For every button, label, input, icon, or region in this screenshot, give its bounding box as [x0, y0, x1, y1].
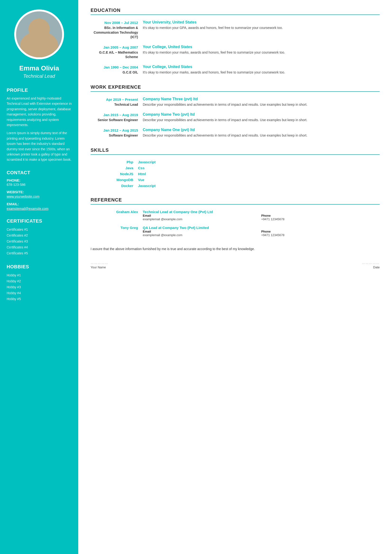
ref-title: Technical Lead at Company One (Pvt) Ltd — [143, 210, 380, 214]
hobbies-list: Hobby #1Hobby #2Hobby #3Hobby #4Hobby #5 — [7, 272, 72, 302]
hobby-item: Hobby #2 — [7, 278, 72, 284]
reference-entries: Graham Alex Technical Lead at Company On… — [91, 210, 380, 237]
your-name-label: Your Name — [91, 265, 106, 269]
ref-phone-label: Phone — [261, 230, 380, 233]
email-label: EMAIL: — [7, 202, 72, 206]
hobby-item: Hobby #1 — [7, 272, 72, 278]
hobbies-title: HOBBIES — [7, 264, 72, 270]
website-link[interactable]: www.yourwebsite.com — [7, 195, 40, 198]
ref-name: Graham Alex — [91, 210, 138, 214]
work-company: Company Name Two (pvt) ltd — [143, 112, 380, 117]
skill-left: Php — [91, 160, 138, 164]
skills-grid: PhpJavascriptJavaCssNodeJSHtmlMongoDBVue… — [91, 160, 380, 188]
hobbies-section: HOBBIES Hobby #1Hobby #2Hobby #3Hobby #4… — [7, 264, 72, 302]
work-role: Software Engineer — [91, 133, 138, 138]
work-role: Senior Software Engineer — [91, 118, 138, 123]
hobby-item: Hobby #3 — [7, 284, 72, 290]
work-entries: Apr 2019 – Present Technical Lead Compan… — [91, 97, 380, 138]
date-dots: …………… — [362, 261, 380, 264]
education-section: EDUCATION Nov 2008 – Jul 2012 BSc. in In… — [91, 7, 380, 75]
email-link[interactable]: examplemail@example.com — [7, 207, 48, 210]
edu-degree: BSc. in Information & Communication Tech… — [91, 26, 138, 40]
hobby-item: Hobby #5 — [7, 296, 72, 302]
work-title: WORK EXPERIENCE — [91, 84, 380, 92]
phone-label: PHONE: — [7, 178, 72, 182]
work-company: Company Name Three (pvt) ltd — [143, 97, 380, 101]
ref-email: examplemail @example.com — [143, 233, 261, 237]
work-date: Apr 2019 – Present — [91, 97, 138, 101]
skill-left: Docker — [91, 184, 138, 188]
person-name: Emma Olivia — [19, 64, 59, 72]
hobby-item: Hobby #4 — [7, 290, 72, 296]
edu-institution: Your College, United States — [143, 45, 380, 49]
work-role: Technical Lead — [91, 102, 138, 107]
skill-left: Java — [91, 166, 138, 170]
certificate-item: Certificates #4 — [7, 244, 72, 250]
work-company: Company Name One (pvt) ltd — [143, 128, 380, 132]
ref-phone: +9471 12345678 — [261, 233, 380, 237]
profile-section: PROFILE An experienced and highly-motiva… — [7, 88, 72, 162]
edu-date: Jan 2005 – Aug 2007 — [91, 45, 138, 49]
declaration-text: I assure that the above information furn… — [91, 246, 380, 251]
declaration-section: I assure that the above information furn… — [91, 246, 380, 269]
reference-entry: Graham Alex Technical Lead at Company On… — [91, 210, 380, 221]
skill-right: Javascript — [138, 160, 380, 164]
work-date: Jan 2015 – Aug 2019 — [91, 112, 138, 117]
website-label: WEBSITE: — [7, 190, 72, 194]
education-entries: Nov 2008 – Jul 2012 BSc. in Information … — [91, 20, 380, 75]
edu-degree: G.C.E O/L — [91, 70, 138, 75]
ref-phone: +9471 12345678 — [261, 217, 380, 221]
edu-description: It's okay to mention your marks, awards … — [143, 70, 380, 75]
phone-value: 678-123-586 — [7, 183, 72, 187]
certificates-list: Certificates #1Certificates #2Certificat… — [7, 227, 72, 256]
work-description: Describe your responsibilities and achie… — [143, 133, 380, 138]
edu-institution: Your College, United States — [143, 65, 380, 69]
skills-section: SKILLS PhpJavascriptJavaCssNodeJSHtmlMon… — [91, 147, 380, 188]
work-entry: Apr 2019 – Present Technical Lead Compan… — [91, 97, 380, 107]
education-entry: Nov 2008 – Jul 2012 BSc. in Information … — [91, 20, 380, 40]
profile-title: PROFILE — [7, 88, 72, 93]
work-section: WORK EXPERIENCE Apr 2019 – Present Techn… — [91, 84, 380, 138]
person-title: Technical Lead — [23, 74, 55, 79]
skill-left: NodeJS — [91, 172, 138, 176]
ref-phone-label: Phone — [261, 214, 380, 217]
certificates-section: CERTIFICATES Certificates #1Certificates… — [7, 218, 72, 256]
ref-name: Tony Greg — [91, 226, 138, 230]
your-name-dots: …………… — [91, 261, 108, 264]
skill-right: Vue — [138, 178, 380, 182]
ref-email-label: Email — [143, 230, 261, 233]
skill-right: Css — [138, 166, 380, 170]
certificate-item: Certificates #3 — [7, 238, 72, 244]
date-label: Date — [373, 265, 380, 269]
education-entry: Jan 1990 – Dec 2004 G.C.E O/L Your Colle… — [91, 65, 380, 75]
profile-text-2: Lorem Ipsum is simply dummy text of the … — [7, 130, 72, 162]
certificates-title: CERTIFICATES — [7, 218, 72, 224]
certificate-item: Certificates #5 — [7, 250, 72, 256]
reference-entry: Tony Greg QA Lead at Company Two (Pvt) L… — [91, 226, 380, 237]
edu-description: It's okay to mention your marks, awards … — [143, 50, 380, 55]
edu-date: Jan 1990 – Dec 2004 — [91, 65, 138, 69]
ref-email: examplemail @example.com — [143, 217, 261, 221]
edu-date: Nov 2008 – Jul 2012 — [91, 20, 138, 25]
skill-right: Html — [138, 172, 380, 176]
education-entry: Jan 2005 – Aug 2007 G.C.E A/L – Mathemat… — [91, 45, 380, 60]
work-date: Jan 2012 – Aug 2015 — [91, 128, 138, 132]
avatar — [14, 9, 64, 59]
main-content: EDUCATION Nov 2008 – Jul 2012 BSc. in In… — [78, 0, 392, 554]
work-entry: Jan 2015 – Aug 2019 Senior Software Engi… — [91, 112, 380, 123]
sidebar: Emma Olivia Technical Lead PROFILE An ex… — [0, 0, 78, 554]
skills-title: SKILLS — [91, 147, 380, 155]
ref-email-label: Email — [143, 214, 261, 217]
edu-degree: G.C.E A/L – Mathematics Scheme — [91, 50, 138, 60]
education-title: EDUCATION — [91, 7, 380, 15]
edu-description: It's okay to mention your GPA, awards an… — [143, 25, 380, 30]
edu-institution: Your University, United States — [143, 20, 380, 24]
profile-text-1: An experienced and highly-motivated Tech… — [7, 96, 72, 128]
reference-title: REFERENCE — [91, 197, 380, 205]
work-description: Describe your responsibilities and achie… — [143, 118, 380, 123]
reference-section: REFERENCE Graham Alex Technical Lead at … — [91, 197, 380, 237]
skill-left: MongoDB — [91, 178, 138, 182]
ref-title: QA Lead at Company Two (Pvt) Limited — [143, 226, 380, 230]
work-entry: Jan 2012 – Aug 2015 Software Engineer Co… — [91, 128, 380, 138]
contact-section: CONTACT PHONE: 678-123-586 WEBSITE: www.… — [7, 170, 72, 211]
